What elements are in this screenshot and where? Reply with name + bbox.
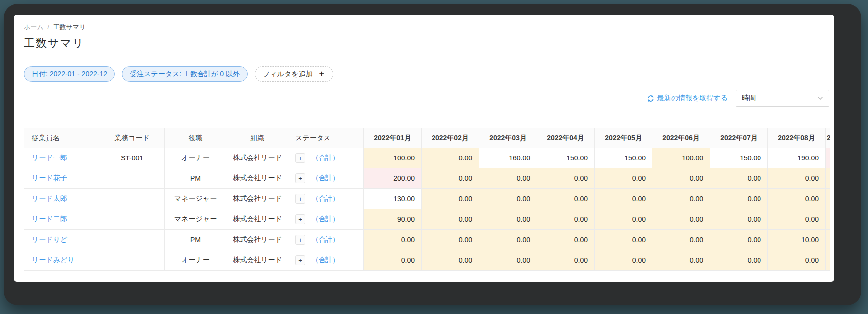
expand-plus-button[interactable]: + bbox=[295, 214, 305, 224]
employee-cell: リード二郎 bbox=[24, 209, 100, 230]
role-cell: マネージャー bbox=[165, 189, 226, 209]
table-row: リード太郎 マネージャー 株式会社リード +（合計） 130.00 0.00 0… bbox=[24, 189, 831, 209]
plus-icon: ＋ bbox=[318, 69, 326, 79]
employee-link[interactable]: リード一郎 bbox=[32, 154, 67, 161]
col-header-month: 2022年05月 bbox=[595, 128, 652, 148]
col-header-month: 2022年02月 bbox=[422, 128, 479, 148]
col-header-org: 組織 bbox=[226, 128, 289, 148]
filter-bar: 日付: 2022-01 - 2022-12 受注ステータス: 工数合計が 0 以… bbox=[24, 66, 824, 82]
col-header-status: ステータス bbox=[289, 128, 364, 148]
col-header-month: 2022年09月 bbox=[826, 128, 831, 148]
expand-plus-button[interactable]: + bbox=[295, 194, 305, 204]
col-header-role: 役職 bbox=[165, 128, 226, 148]
month-value-cell: 0.00 bbox=[595, 189, 652, 209]
breadcrumb-separator: / bbox=[47, 23, 49, 31]
code-cell bbox=[100, 209, 165, 230]
month-value-cell: 130.00 bbox=[364, 189, 422, 209]
col-header-code: 業務コード bbox=[100, 128, 165, 148]
filter-chip-date[interactable]: 日付: 2022-01 - 2022-12 bbox=[24, 66, 115, 82]
month-value-cell: 0.00 bbox=[537, 250, 595, 271]
month-value-cell: 0.00 bbox=[364, 250, 422, 271]
total-link[interactable]: （合計） bbox=[312, 174, 339, 182]
refresh-label: 最新の情報を取得する bbox=[657, 94, 728, 103]
role-cell: オーナー bbox=[165, 250, 226, 271]
month-value-cell: 0.00 bbox=[652, 189, 710, 209]
summary-table: 従業員名 業務コード 役職 組織 ステータス 2022年01月 2022年02月… bbox=[24, 128, 830, 271]
col-header-month: 2022年01月 bbox=[364, 128, 422, 148]
month-value-cell bbox=[826, 189, 831, 209]
total-link[interactable]: （合計） bbox=[312, 235, 339, 243]
employee-link[interactable]: リードみどり bbox=[32, 256, 75, 264]
employee-link[interactable]: リード二郎 bbox=[32, 215, 67, 223]
employee-link[interactable]: リード太郎 bbox=[32, 194, 67, 202]
table-header-row: 従業員名 業務コード 役職 組織 ステータス 2022年01月 2022年02月… bbox=[24, 128, 831, 148]
role-cell: PM bbox=[165, 168, 226, 189]
month-value-cell: 200.00 bbox=[364, 168, 422, 189]
filter-chip-order-status[interactable]: 受注ステータス: 工数合計が 0 以外 bbox=[122, 66, 248, 82]
employee-link[interactable]: リードりど bbox=[32, 235, 67, 243]
refresh-link[interactable]: 最新の情報を取得する bbox=[647, 94, 728, 103]
month-value-cell: 0.00 bbox=[710, 230, 768, 250]
employee-cell: リード一郎 bbox=[24, 148, 100, 168]
expand-plus-button[interactable]: + bbox=[295, 153, 305, 163]
total-link[interactable]: （合計） bbox=[312, 194, 339, 202]
status-cell: +（合計） bbox=[289, 230, 364, 250]
month-value-cell bbox=[826, 250, 831, 271]
employee-cell: リードみどり bbox=[24, 250, 100, 271]
month-value-cell: 100.00 bbox=[652, 148, 710, 168]
employee-link[interactable]: リード花子 bbox=[32, 174, 67, 182]
month-value-cell: 0.00 bbox=[652, 209, 710, 230]
month-value-cell: 160.00 bbox=[479, 148, 537, 168]
add-filter-label: フィルタを追加 bbox=[263, 70, 313, 79]
summary-table-container: 従業員名 業務コード 役職 組織 ステータス 2022年01月 2022年02月… bbox=[24, 128, 830, 271]
month-value-cell: 10.00 bbox=[768, 230, 826, 250]
unit-select[interactable]: 時間 bbox=[736, 90, 829, 107]
role-cell: オーナー bbox=[165, 148, 226, 168]
status-cell: +（合計） bbox=[289, 168, 364, 189]
breadcrumb-current: 工数サマリ bbox=[53, 23, 86, 31]
employee-cell: リードりど bbox=[24, 230, 100, 250]
breadcrumb-home-link[interactable]: ホーム bbox=[24, 23, 44, 31]
month-value-cell: 0.00 bbox=[479, 168, 537, 189]
status-cell: +（合計） bbox=[289, 148, 364, 168]
code-cell bbox=[100, 230, 165, 250]
col-header-month: 2022年03月 bbox=[479, 128, 537, 148]
month-value-cell: 150.00 bbox=[537, 148, 595, 168]
total-link[interactable]: （合計） bbox=[312, 256, 339, 264]
org-cell: 株式会社リード bbox=[226, 148, 289, 168]
month-value-cell: 90.00 bbox=[364, 209, 422, 230]
month-value-cell: 0.00 bbox=[537, 209, 595, 230]
unit-select-value: 時間 bbox=[742, 94, 756, 103]
month-value-cell: 0.00 bbox=[479, 230, 537, 250]
status-cell: +（合計） bbox=[289, 209, 364, 230]
month-value-cell: 0.00 bbox=[710, 250, 768, 271]
expand-plus-button[interactable]: + bbox=[295, 235, 305, 245]
month-value-cell: 0.00 bbox=[595, 168, 652, 189]
code-cell: ST-001 bbox=[100, 148, 165, 168]
month-value-cell: 0.00 bbox=[422, 168, 479, 189]
table-row: リードみどり オーナー 株式会社リード +（合計） 0.00 0.00 0.00… bbox=[24, 250, 831, 271]
chevron-down-icon bbox=[817, 96, 823, 100]
org-cell: 株式会社リード bbox=[226, 230, 289, 250]
month-value-cell: 0.00 bbox=[422, 148, 479, 168]
add-filter-button[interactable]: フィルタを追加 ＋ bbox=[255, 66, 333, 82]
code-cell bbox=[100, 250, 165, 271]
status-cell: +（合計） bbox=[289, 250, 364, 271]
month-value-cell: 0.00 bbox=[768, 168, 826, 189]
employee-cell: リード太郎 bbox=[24, 189, 100, 209]
org-cell: 株式会社リード bbox=[226, 209, 289, 230]
org-cell: 株式会社リード bbox=[226, 250, 289, 271]
month-value-cell bbox=[826, 148, 831, 168]
month-value-cell: 0.00 bbox=[479, 189, 537, 209]
total-link[interactable]: （合計） bbox=[312, 154, 339, 161]
expand-plus-button[interactable]: + bbox=[295, 255, 305, 265]
expand-plus-button[interactable]: + bbox=[295, 173, 305, 183]
col-header-month: 2022年04月 bbox=[537, 128, 595, 148]
month-value-cell: 0.00 bbox=[710, 209, 768, 230]
employee-cell: リード花子 bbox=[24, 168, 100, 189]
month-value-cell: 150.00 bbox=[710, 148, 768, 168]
total-link[interactable]: （合計） bbox=[312, 215, 339, 223]
month-value-cell: 0.00 bbox=[537, 168, 595, 189]
col-header-month: 2022年06月 bbox=[652, 128, 710, 148]
table-row: リード二郎 マネージャー 株式会社リード +（合計） 90.00 0.00 0.… bbox=[24, 209, 831, 230]
